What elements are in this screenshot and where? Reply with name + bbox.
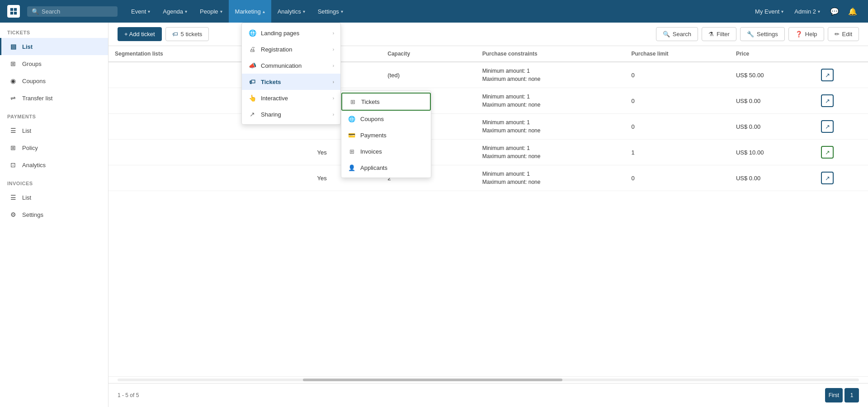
cell-actions: ↗: [815, 165, 868, 191]
sidebar-item-coupons[interactable]: ◉ Coupons: [0, 72, 108, 89]
tag-icon: 🏷: [248, 78, 256, 86]
pagination: 1 - 5 of 5 First 1: [108, 383, 868, 407]
share-icon: ↗: [248, 110, 256, 118]
edit-button[interactable]: ✏ Edit: [828, 27, 859, 41]
sub-item-tickets-label: Tickets: [361, 98, 380, 105]
sidebar-item-label-transfer: Transfer list: [22, 95, 52, 102]
page-1-button[interactable]: 1: [844, 388, 859, 402]
col-actions: [815, 46, 868, 62]
messages-icon-button[interactable]: 💬: [826, 3, 843, 19]
dd-communication[interactable]: 📣 Communication ›: [242, 57, 340, 74]
chevron-down-icon: ▾: [818, 9, 820, 14]
cell-actions: ↗: [815, 62, 868, 88]
admin-dropdown[interactable]: Admin 2 ▾: [790, 0, 825, 23]
filter-button[interactable]: ⚗ Filter: [702, 27, 736, 41]
cell-constraints: Minimum amount: 1Maximum amount: none: [476, 62, 625, 88]
cell-constraints: Minimum amount: 1Maximum amount: none: [476, 114, 625, 140]
sub-item-tickets[interactable]: ⊞ Tickets: [341, 93, 431, 111]
navbar-search-input[interactable]: [42, 8, 113, 15]
nav-item-agenda[interactable]: Agenda ▾: [156, 0, 193, 23]
cell-price: US$ 0.00: [730, 88, 815, 114]
notifications-icon-button[interactable]: 🔔: [844, 3, 861, 19]
sidebar-item-policy[interactable]: ⊞ Policy: [0, 139, 108, 156]
cell-seg-lists: [108, 62, 236, 88]
dd-interactive[interactable]: 👆 Interactive ›: [242, 90, 340, 106]
table-row: Yes 2 Minimum amount: 1Maximum amount: n…: [108, 165, 868, 191]
dd-registration-label: Registration: [261, 46, 292, 53]
nav-label-analytics: Analytics: [278, 8, 301, 15]
svg-rect-0: [10, 8, 13, 11]
my-event-dropdown[interactable]: My Event ▾: [750, 0, 788, 23]
cell-limit: 0: [625, 62, 730, 88]
external-link-button[interactable]: ↗: [821, 146, 834, 159]
settings-button[interactable]: 🔧 Settings: [740, 27, 785, 41]
cell-capacity: (ted): [381, 62, 476, 88]
sidebar-item-payments-list[interactable]: ☰ List: [0, 122, 108, 139]
table-icon: ⊞: [348, 147, 356, 155]
policy-icon: ⊞: [9, 143, 18, 152]
cell-actions: ↗: [815, 114, 868, 140]
nav-label-agenda: Agenda: [163, 8, 183, 15]
sidebar-item-invoices-list[interactable]: ☰ List: [0, 189, 108, 206]
svg-rect-3: [14, 12, 17, 14]
sub-item-applicants-label: Applicants: [360, 164, 387, 171]
chevron-right-icon: ›: [333, 96, 334, 101]
nav-item-analytics[interactable]: Analytics ▾: [271, 0, 311, 23]
search-icon: 🔍: [663, 31, 670, 37]
invoices-list-icon: ☰: [9, 193, 18, 202]
external-link-button[interactable]: ↗: [821, 120, 834, 133]
nav-item-settings[interactable]: Settings ▾: [311, 0, 349, 23]
navbar-nav: Event ▾ Agenda ▾ People ▾ Marketing ▴ An…: [125, 0, 349, 23]
cell-price: US$ 50.00: [730, 62, 815, 88]
help-button[interactable]: ❓ Help: [788, 27, 824, 41]
chevron-down-icon: ▾: [781, 9, 783, 14]
sub-item-coupons-label: Coupons: [360, 116, 384, 122]
edit-icon: ✏: [835, 31, 840, 37]
external-link-button[interactable]: ↗: [821, 172, 834, 184]
tickets-table: Segmentation lists Assign... For sale Ca…: [108, 46, 868, 191]
sidebar-item-label-invoices-list: List: [22, 194, 31, 201]
cell-seg-lists: [108, 165, 236, 191]
cell-seg-lists: [108, 88, 236, 114]
payments-list-icon: ☰: [9, 126, 18, 135]
chevron-right-icon: ›: [333, 80, 334, 84]
nav-item-marketing[interactable]: Marketing ▴: [229, 0, 271, 23]
sidebar-item-analytics[interactable]: ⊡ Analytics: [0, 156, 108, 173]
sidebar-item-list[interactable]: ▤ List: [0, 38, 108, 55]
chevron-down-icon: ▾: [148, 9, 150, 14]
navbar-search-box[interactable]: 🔍: [27, 6, 118, 17]
help-icon: ❓: [795, 31, 802, 37]
nav-item-event[interactable]: Event ▾: [125, 0, 156, 23]
sidebar-item-label-analytics: Analytics: [22, 162, 46, 168]
page-1-label: 1: [850, 392, 854, 398]
chevron-right-icon: ›: [333, 31, 334, 36]
globe-icon: 🌐: [248, 29, 256, 37]
main-content: + Add ticket 🏷 5 tickets 🔍 Search ⚗ Filt…: [108, 23, 868, 407]
first-page-button[interactable]: First: [825, 388, 843, 402]
dd-sharing[interactable]: ↗ Sharing ›: [242, 106, 340, 122]
cell-assign: [236, 140, 311, 165]
cell-assign: [236, 165, 311, 191]
sub-item-payments[interactable]: 💳 Payments: [341, 127, 431, 143]
sidebar-item-groups[interactable]: ⊞ Groups: [0, 55, 108, 72]
nav-label-settings: Settings: [318, 8, 339, 15]
dd-tickets[interactable]: 🏷 Tickets ›: [242, 74, 340, 90]
external-link-button[interactable]: ↗: [821, 69, 834, 81]
sidebar: TICKETS ▤ List ⊞ Groups ◉ Coupons ⇌ Tran…: [0, 23, 108, 407]
add-ticket-button[interactable]: + Add ticket: [118, 27, 162, 41]
external-link-button[interactable]: ↗: [821, 94, 834, 107]
sub-item-coupons[interactable]: 🌐 Coupons: [341, 111, 431, 127]
filter-label: Filter: [717, 31, 730, 37]
sidebar-item-invoices-settings[interactable]: ⚙ Settings: [0, 206, 108, 223]
tickets-count-button[interactable]: 🏷 5 tickets: [165, 27, 209, 41]
search-button[interactable]: 🔍 Search: [656, 27, 698, 41]
sidebar-item-transfer-list[interactable]: ⇌ Transfer list: [0, 89, 108, 107]
dd-registration[interactable]: 🖨 Registration ›: [242, 41, 340, 57]
sub-item-invoices-label: Invoices: [360, 148, 382, 155]
nav-item-people[interactable]: People ▾: [193, 0, 228, 23]
sub-item-applicants[interactable]: 👤 Applicants: [341, 159, 431, 176]
pagination-info: 1 - 5 of 5: [118, 392, 139, 398]
dd-landing-pages[interactable]: 🌐 Landing pages ›: [242, 25, 340, 41]
sub-item-invoices[interactable]: ⊞ Invoices: [341, 143, 431, 159]
chevron-right-icon: ›: [333, 112, 334, 117]
